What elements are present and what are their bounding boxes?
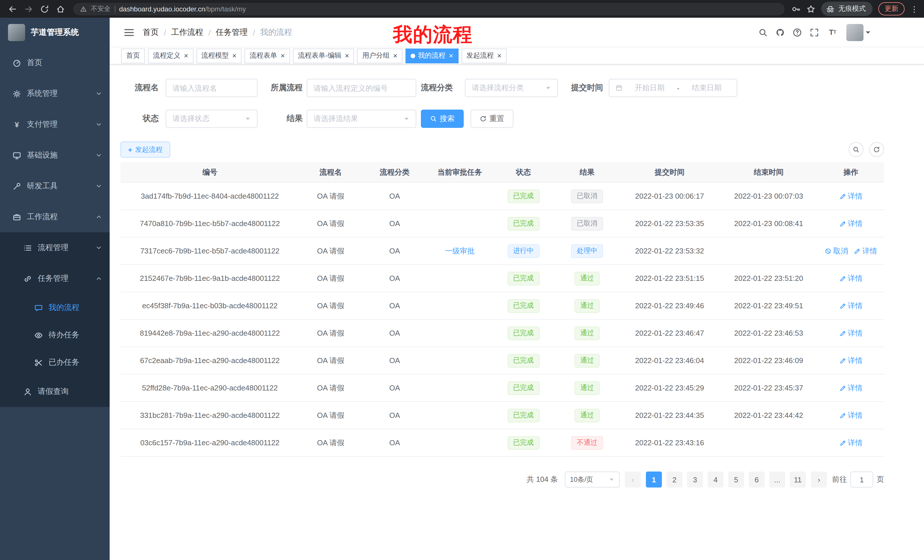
breadcrumb-item[interactable]: 首页 bbox=[143, 27, 159, 37]
detail-link[interactable]: 详情 bbox=[839, 328, 862, 338]
help-icon[interactable] bbox=[793, 28, 802, 37]
sidebar-item-workflow[interactable]: 工作流程 bbox=[0, 202, 110, 232]
sidebar-item-devtools[interactable]: 研发工具 bbox=[0, 171, 110, 202]
breadcrumb-item[interactable]: 任务管理 bbox=[216, 27, 248, 37]
breadcrumb-item[interactable]: 工作流程 bbox=[171, 27, 203, 37]
cell-process-name: OA 请假 bbox=[299, 355, 362, 365]
security-label[interactable]: 不安全 bbox=[91, 4, 111, 13]
tab-7[interactable]: 发起流程× bbox=[461, 48, 507, 63]
sidebar-item-label: 待办任务 bbox=[48, 330, 80, 340]
sidebar-item-label: 流程管理 bbox=[38, 243, 69, 253]
category-select[interactable]: 请选择流程分类 bbox=[465, 79, 558, 97]
app-logo[interactable]: 芋道管理系统 bbox=[0, 18, 110, 47]
font-size-icon[interactable]: TT bbox=[827, 28, 838, 37]
fullscreen-icon[interactable] bbox=[810, 28, 819, 37]
close-icon[interactable]: × bbox=[449, 52, 453, 59]
cell-result: 通过 bbox=[555, 353, 620, 367]
forward-button[interactable] bbox=[22, 2, 35, 16]
tab-5[interactable]: 用户分组× bbox=[357, 48, 403, 63]
detail-link[interactable]: 详情 bbox=[839, 437, 862, 448]
sidebar-item-home[interactable]: 首页 bbox=[0, 47, 110, 78]
detail-link[interactable]: 详情 bbox=[839, 219, 862, 229]
next-page-button[interactable]: › bbox=[811, 472, 827, 488]
detail-link[interactable]: 详情 bbox=[839, 301, 862, 311]
sidebar-item-todo-task[interactable]: 待办任务 bbox=[0, 321, 110, 349]
result-select[interactable]: 请选择流结果 bbox=[307, 109, 416, 128]
detail-link[interactable]: 详情 bbox=[854, 246, 877, 256]
close-icon[interactable]: × bbox=[184, 52, 188, 59]
page-button-1[interactable]: 1 bbox=[646, 472, 662, 488]
close-icon[interactable]: × bbox=[497, 52, 501, 59]
search-icon[interactable] bbox=[758, 28, 768, 37]
prev-page-button[interactable]: ‹ bbox=[625, 472, 641, 488]
current-task-link[interactable]: 一级审批 bbox=[445, 246, 475, 256]
sidebar-item-leave-query[interactable]: 请假查询 bbox=[0, 376, 110, 407]
tab-0[interactable]: 首页 bbox=[121, 48, 145, 63]
tab-3[interactable]: 流程表单× bbox=[244, 48, 290, 63]
refresh-table-button[interactable] bbox=[869, 142, 884, 157]
goto-page-input[interactable] bbox=[850, 472, 873, 488]
close-icon[interactable]: × bbox=[393, 52, 398, 59]
page-button-4[interactable]: 4 bbox=[708, 472, 723, 488]
cell-submit-time: 2022-01-22 23:46:47 bbox=[620, 329, 720, 337]
page-size-select[interactable]: 10条/页 bbox=[565, 472, 620, 488]
close-icon[interactable]: × bbox=[232, 52, 236, 59]
cell-process-name: OA 请假 bbox=[299, 273, 362, 283]
home-button[interactable] bbox=[54, 2, 68, 16]
tab-1[interactable]: 流程定义× bbox=[148, 48, 193, 63]
sidebar-item-task-mgmt[interactable]: 任务管理 bbox=[0, 263, 110, 294]
reload-button[interactable] bbox=[38, 2, 51, 16]
back-button[interactable] bbox=[6, 2, 20, 16]
address-bar[interactable]: 不安全 dashboard.yudao.iocoder.cn/bpm/task/… bbox=[73, 3, 784, 15]
reset-button[interactable]: 重置 bbox=[471, 109, 513, 128]
tab-2[interactable]: 流程模型× bbox=[196, 48, 242, 63]
hamburger-icon[interactable] bbox=[123, 28, 135, 37]
sidebar-item-system[interactable]: 系统管理 bbox=[0, 78, 110, 109]
cancel-link[interactable]: 取消 bbox=[825, 246, 848, 256]
cell-category: OA bbox=[362, 329, 427, 337]
chevron-down-icon bbox=[96, 245, 102, 251]
browser-update-button[interactable]: 更新 bbox=[878, 2, 904, 15]
detail-link[interactable]: 详情 bbox=[839, 273, 862, 283]
edit-icon bbox=[839, 329, 846, 337]
page-button-2[interactable]: 2 bbox=[666, 472, 682, 488]
cell-id: 7317cec6-7b9b-11ec-b5b7-acde48001122 bbox=[120, 247, 299, 255]
detail-link[interactable]: 详情 bbox=[839, 355, 862, 365]
status-select[interactable]: 请选择状态 bbox=[166, 109, 258, 128]
detail-link[interactable]: 详情 bbox=[839, 410, 862, 421]
cell-result: 不通过 bbox=[555, 436, 620, 449]
tab-4[interactable]: 流程表单-编辑× bbox=[293, 48, 354, 63]
close-icon[interactable]: × bbox=[345, 52, 349, 59]
detail-link[interactable]: 详情 bbox=[839, 383, 862, 393]
page-button-6[interactable]: 6 bbox=[748, 472, 765, 488]
page-button-11[interactable]: 11 bbox=[790, 472, 806, 488]
parent-process-input[interactable] bbox=[314, 84, 410, 92]
close-icon[interactable]: × bbox=[280, 52, 285, 59]
page-button-5[interactable]: 5 bbox=[728, 472, 744, 488]
process-name-input[interactable] bbox=[172, 84, 251, 92]
sidebar-item-done-task[interactable]: 已办任务 bbox=[0, 349, 110, 376]
sidebar-item-label: 请假查询 bbox=[38, 386, 69, 397]
tab-label: 发起流程 bbox=[466, 51, 494, 60]
cell-category: OA bbox=[362, 411, 427, 419]
tab-6[interactable]: 我的流程× bbox=[405, 48, 458, 63]
toggle-search-button[interactable] bbox=[849, 142, 864, 157]
bookmark-star-icon[interactable] bbox=[806, 4, 816, 13]
github-icon[interactable] bbox=[776, 28, 784, 37]
submit-time-range[interactable]: 开始日期 - 结束日期 bbox=[609, 79, 737, 97]
detail-link[interactable]: 详情 bbox=[839, 191, 862, 201]
sidebar-item-payment[interactable]: ¥支付管理 bbox=[0, 109, 110, 140]
user-avatar[interactable] bbox=[846, 24, 870, 41]
sidebar-item-process-mgmt[interactable]: 流程管理 bbox=[0, 232, 110, 263]
search-button[interactable]: 搜索 bbox=[421, 109, 464, 128]
sidebar-item-infra[interactable]: 基础设施 bbox=[0, 140, 110, 171]
password-manager-icon[interactable] bbox=[792, 4, 801, 13]
page-button-3[interactable]: 3 bbox=[687, 472, 703, 488]
sidebar-item-my-process[interactable]: 我的流程 bbox=[0, 294, 110, 321]
browser-menu-button[interactable]: ⋮ bbox=[910, 4, 918, 13]
page-ellipsis[interactable]: ... bbox=[769, 472, 785, 488]
create-process-button[interactable]: + 发起流程 bbox=[120, 142, 170, 157]
cell-status: 已完成 bbox=[492, 326, 555, 340]
start-date-placeholder: 开始日期 bbox=[626, 83, 674, 93]
cell-id: 52ffd28e-7b9a-11ec-a290-acde48001122 bbox=[120, 383, 299, 392]
